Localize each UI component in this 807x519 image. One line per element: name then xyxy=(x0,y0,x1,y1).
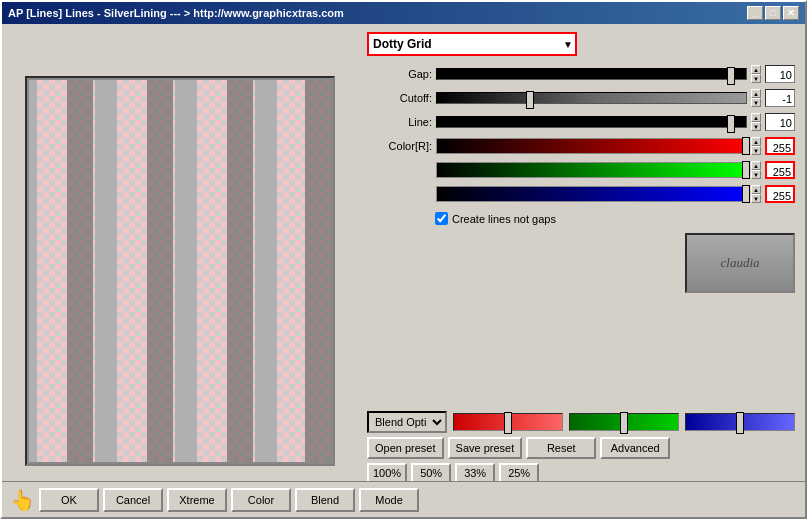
gap-track[interactable] xyxy=(436,68,747,80)
color-b-handle[interactable] xyxy=(742,185,750,203)
color-b-up-arrow[interactable]: ▲ xyxy=(751,185,761,194)
cutoff-down-arrow[interactable]: ▼ xyxy=(751,98,761,107)
cutoff-slider-row: Cutoff: ▲ ▼ -1 xyxy=(367,88,795,108)
color-g-handle[interactable] xyxy=(742,161,750,179)
gap-up-arrow[interactable]: ▲ xyxy=(751,65,761,74)
preset-dropdown[interactable]: Dotty Grid xyxy=(367,32,577,56)
blend-g-handle[interactable] xyxy=(620,412,628,434)
logo-box: claudia xyxy=(685,233,795,293)
color-b-down-arrow[interactable]: ▼ xyxy=(751,194,761,203)
blend-row: Blend Opti xyxy=(367,411,795,433)
gap-slider-row: Gap: ▲ ▼ 10 xyxy=(367,64,795,84)
open-preset-button[interactable]: Open preset xyxy=(367,437,444,459)
cutoff-label: Cutoff: xyxy=(367,92,432,104)
title-bar: AP [Lines] Lines - SilverLining --- > ht… xyxy=(2,2,805,24)
cutoff-value: -1 xyxy=(765,89,795,107)
color-g-up-arrow[interactable]: ▲ xyxy=(751,161,761,170)
line-track[interactable] xyxy=(436,116,747,128)
line-up-arrow[interactable]: ▲ xyxy=(751,113,761,122)
preset-btn-row: Open preset Save preset Reset Advanced xyxy=(367,437,795,459)
ok-button[interactable]: OK xyxy=(39,488,99,512)
color-button[interactable]: Color xyxy=(231,488,291,512)
color-r-track[interactable] xyxy=(436,138,747,154)
preset-dropdown-wrapper: Dotty Grid ▼ xyxy=(367,32,577,56)
ok-icon: 👆 xyxy=(10,488,35,512)
blend-b-slider[interactable] xyxy=(685,413,795,431)
minimize-button[interactable]: _ xyxy=(747,6,763,20)
color-g-track[interactable] xyxy=(436,162,747,178)
color-g-value: 255 xyxy=(765,161,795,179)
blend-dropdown[interactable]: Blend Opti xyxy=(367,411,447,433)
preview-canvas xyxy=(25,76,335,466)
pct-33-button[interactable]: 33% xyxy=(455,463,495,483)
logo-text: claudia xyxy=(721,255,760,271)
cancel-button[interactable]: Cancel xyxy=(103,488,163,512)
action-bar: 👆 OK Cancel Xtreme Color Blend Mode xyxy=(2,481,805,517)
color-b-slider-row: ▲ ▼ 255 xyxy=(367,184,795,204)
logo-area: claudia xyxy=(367,233,795,293)
color-g-down-arrow[interactable]: ▼ xyxy=(751,170,761,179)
color-b-value: 255 xyxy=(765,185,795,203)
color-r-up-arrow[interactable]: ▲ xyxy=(751,137,761,146)
blend-g-slider[interactable] xyxy=(569,413,679,431)
color-r-value: 255 xyxy=(765,137,795,155)
blend-r-slider[interactable] xyxy=(453,413,563,431)
cutoff-up-arrow[interactable]: ▲ xyxy=(751,89,761,98)
close-button[interactable]: ✕ xyxy=(783,6,799,20)
line-handle[interactable] xyxy=(727,115,735,133)
blend-r-handle[interactable] xyxy=(504,412,512,434)
main-window: AP [Lines] Lines - SilverLining --- > ht… xyxy=(0,0,807,519)
mode-button[interactable]: Mode xyxy=(359,488,419,512)
color-r-handle[interactable] xyxy=(742,137,750,155)
preview-panel xyxy=(2,24,357,517)
blend-b-handle[interactable] xyxy=(736,412,744,434)
pct-25-button[interactable]: 25% xyxy=(499,463,539,483)
blend-button[interactable]: Blend xyxy=(295,488,355,512)
color-b-track[interactable] xyxy=(436,186,747,202)
gap-label: Gap: xyxy=(367,68,432,80)
color-r-label: Color[R]: xyxy=(367,140,432,152)
create-lines-checkbox[interactable] xyxy=(435,212,448,225)
cutoff-track[interactable] xyxy=(436,92,747,104)
cutoff-handle[interactable] xyxy=(526,91,534,109)
checkbox-row: Create lines not gaps xyxy=(367,212,795,225)
advanced-button[interactable]: Advanced xyxy=(600,437,670,459)
color-g-slider-row: ▲ ▼ 255 xyxy=(367,160,795,180)
content-area: Dotty Grid ▼ Gap: ▲ ▼ 10 Cutoff: xyxy=(2,24,805,517)
gap-down-arrow[interactable]: ▼ xyxy=(751,74,761,83)
gap-value: 10 xyxy=(765,65,795,83)
color-r-slider-row: Color[R]: ▲ ▼ 255 xyxy=(367,136,795,156)
line-label: Line: xyxy=(367,116,432,128)
save-preset-button[interactable]: Save preset xyxy=(448,437,523,459)
title-bar-buttons: _ □ ✕ xyxy=(747,6,799,20)
maximize-button[interactable]: □ xyxy=(765,6,781,20)
pct-100-button[interactable]: 100% xyxy=(367,463,407,483)
line-value: 10 xyxy=(765,113,795,131)
line-slider-row: Line: ▲ ▼ 10 xyxy=(367,112,795,132)
create-lines-label: Create lines not gaps xyxy=(452,213,556,225)
pct-50-button[interactable]: 50% xyxy=(411,463,451,483)
reset-button[interactable]: Reset xyxy=(526,437,596,459)
percent-row: 100% 50% 33% 25% xyxy=(367,463,795,483)
controls-panel: Dotty Grid ▼ Gap: ▲ ▼ 10 Cutoff: xyxy=(357,24,805,517)
window-title: AP [Lines] Lines - SilverLining --- > ht… xyxy=(8,7,344,19)
color-r-down-arrow[interactable]: ▼ xyxy=(751,146,761,155)
xtreme-button[interactable]: Xtreme xyxy=(167,488,227,512)
preset-dropdown-row: Dotty Grid ▼ xyxy=(367,32,795,56)
line-down-arrow[interactable]: ▼ xyxy=(751,122,761,131)
gap-handle[interactable] xyxy=(727,67,735,85)
